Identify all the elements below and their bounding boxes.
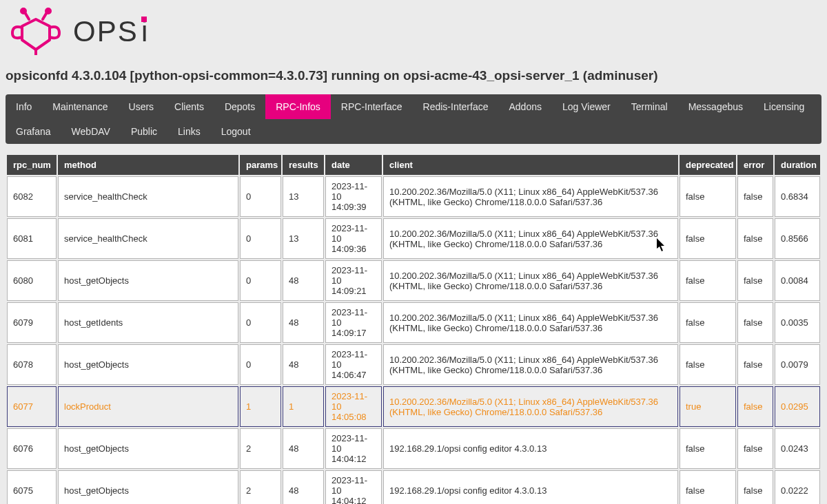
cell-error: false: [737, 470, 773, 504]
cell-date: 2023-11-10 14:06:47: [325, 344, 382, 385]
col-header-rpc-num[interactable]: rpc_num: [7, 155, 57, 175]
cell-deprecated: false: [680, 260, 736, 301]
cell-deprecated: false: [680, 302, 736, 343]
nav-item-public[interactable]: Public: [121, 119, 167, 144]
cell-method: service_healthCheck: [58, 218, 238, 259]
cell-results: 48: [283, 428, 324, 469]
nav-item-addons[interactable]: Addons: [498, 94, 551, 119]
cell-deprecated: false: [680, 428, 736, 469]
cell-params: 0: [240, 302, 281, 343]
nav-item-depots[interactable]: Depots: [214, 94, 265, 119]
table-row[interactable]: 6079host_getIdents0482023-11-10 14:09:17…: [7, 302, 820, 343]
nav-item-rpc-interface[interactable]: RPC-Interface: [331, 94, 413, 119]
cell-rpc_num: 6078: [7, 344, 57, 385]
cell-params: 0: [240, 218, 281, 259]
cell-deprecated: false: [680, 344, 736, 385]
cell-params: 1: [240, 386, 281, 427]
svg-text:OPS: OPS: [73, 15, 139, 48]
col-header-client[interactable]: client: [383, 155, 678, 175]
nav-item-users[interactable]: Users: [119, 94, 165, 119]
cell-duration: 0.0079: [775, 344, 820, 385]
nav-item-terminal[interactable]: Terminal: [621, 94, 678, 119]
table-row[interactable]: 6080host_getObjects0482023-11-10 14:09:2…: [7, 260, 820, 301]
col-header-duration[interactable]: duration: [775, 155, 820, 175]
cell-duration: 0.0222: [775, 470, 820, 504]
svg-point-2: [21, 9, 25, 13]
nav-item-rpc-infos[interactable]: RPC-Infos: [265, 94, 331, 119]
table-row[interactable]: 6076host_getObjects2482023-11-10 14:04:1…: [7, 428, 820, 469]
cell-results: 48: [283, 344, 324, 385]
cell-duration: 0.0243: [775, 428, 820, 469]
cell-error: false: [737, 260, 773, 301]
col-header-date[interactable]: date: [325, 155, 382, 175]
cell-duration: 0.0084: [775, 260, 820, 301]
cell-duration: 0.0295: [775, 386, 820, 427]
nav-item-webdav[interactable]: WebDAV: [61, 119, 121, 144]
cell-rpc_num: 6081: [7, 218, 57, 259]
cell-rpc_num: 6080: [7, 260, 57, 301]
col-header-deprecated[interactable]: deprecated: [680, 155, 736, 175]
cell-deprecated: false: [680, 218, 736, 259]
cell-method: host_getObjects: [58, 260, 238, 301]
table-row[interactable]: 6082service_healthCheck0132023-11-10 14:…: [7, 176, 820, 217]
cell-params: 0: [240, 176, 281, 217]
cell-client: 10.200.202.36/Mozilla/5.0 (X11; Linux x8…: [383, 260, 678, 301]
nav-item-links[interactable]: Links: [167, 119, 211, 144]
nav-item-grafana[interactable]: Grafana: [6, 119, 61, 144]
cell-results: 48: [283, 260, 324, 301]
cell-client: 10.200.202.36/Mozilla/5.0 (X11; Linux x8…: [383, 344, 678, 385]
col-header-error[interactable]: error: [737, 155, 773, 175]
cell-params: 2: [240, 428, 281, 469]
cell-method: host_getObjects: [58, 344, 238, 385]
cell-client: 10.200.202.36/Mozilla/5.0 (X11; Linux x8…: [383, 386, 678, 427]
cell-client: 10.200.202.36/Mozilla/5.0 (X11; Linux x8…: [383, 218, 678, 259]
page-title: opsiconfd 4.3.0.104 [python-opsi-common=…: [6, 61, 821, 94]
nav-item-clients[interactable]: Clients: [164, 94, 214, 119]
svg-rect-7: [141, 17, 147, 22]
nav-item-logout[interactable]: Logout: [211, 119, 261, 144]
col-header-params[interactable]: params: [240, 155, 281, 175]
col-header-method[interactable]: method: [58, 155, 238, 175]
cell-error: false: [737, 302, 773, 343]
cell-results: 48: [283, 302, 324, 343]
cell-duration: 0.8566: [775, 218, 820, 259]
cell-params: 0: [240, 260, 281, 301]
cell-rpc_num: 6075: [7, 470, 57, 504]
logo-area: OPS i: [6, 6, 821, 61]
cell-method: host_getObjects: [58, 470, 238, 504]
table-row[interactable]: 6078host_getObjects0482023-11-10 14:06:4…: [7, 344, 820, 385]
cell-date: 2023-11-10 14:04:12: [325, 470, 382, 504]
nav-item-messagebus[interactable]: Messagebus: [678, 94, 753, 119]
cell-client: 192.168.29.1/opsi config editor 4.3.0.13: [383, 470, 678, 504]
cell-error: false: [737, 344, 773, 385]
table-row[interactable]: 6075host_getObjects2482023-11-10 14:04:1…: [7, 470, 820, 504]
svg-point-3: [46, 9, 50, 13]
cell-date: 2023-11-10 14:09:21: [325, 260, 382, 301]
col-header-results[interactable]: results: [283, 155, 324, 175]
cell-duration: 0.0035: [775, 302, 820, 343]
cell-date: 2023-11-10 14:09:17: [325, 302, 382, 343]
cell-params: 0: [240, 344, 281, 385]
rpc-info-table: rpc_num method params results date clien…: [6, 154, 821, 504]
nav-item-info[interactable]: Info: [6, 94, 42, 119]
cell-method: service_healthCheck: [58, 176, 238, 217]
cell-method: lockProduct: [58, 386, 238, 427]
cell-client: 10.200.202.36/Mozilla/5.0 (X11; Linux x8…: [383, 302, 678, 343]
nav-item-log-viewer[interactable]: Log Viewer: [552, 94, 621, 119]
cell-error: false: [737, 428, 773, 469]
cell-deprecated: false: [680, 176, 736, 217]
cell-deprecated: false: [680, 470, 736, 504]
cell-date: 2023-11-10 14:04:12: [325, 428, 382, 469]
cell-method: host_getObjects: [58, 428, 238, 469]
cell-rpc_num: 6079: [7, 302, 57, 343]
cell-date: 2023-11-10 14:09:39: [325, 176, 382, 217]
cell-date: 2023-11-10 14:05:08: [325, 386, 382, 427]
table-row[interactable]: 6081service_healthCheck0132023-11-10 14:…: [7, 218, 820, 259]
nav-item-maintenance[interactable]: Maintenance: [42, 94, 118, 119]
nav-item-redis-interface[interactable]: Redis-Interface: [413, 94, 499, 119]
cell-client: 192.168.29.1/opsi config editor 4.3.0.13: [383, 428, 678, 469]
table-row[interactable]: 6077lockProduct112023-11-10 14:05:0810.2…: [7, 386, 820, 427]
nav-item-licensing[interactable]: Licensing: [753, 94, 815, 119]
rpc-info-table-wrap: rpc_num method params results date clien…: [6, 154, 821, 504]
opsi-logo: OPS i: [6, 7, 159, 57]
